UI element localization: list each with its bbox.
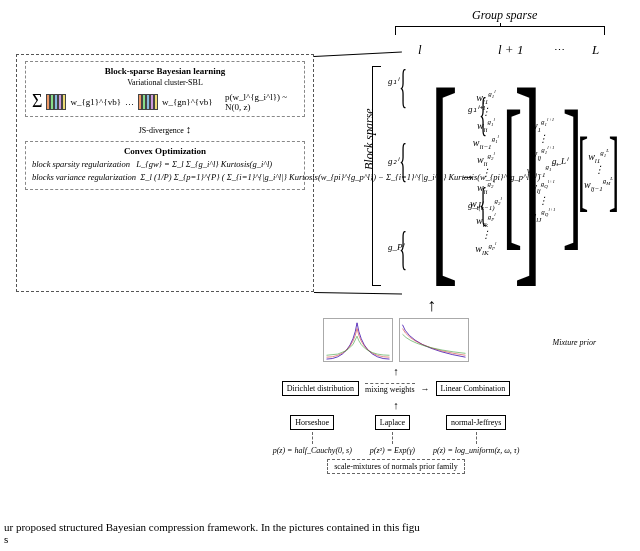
label-group-sparse: Group sparse xyxy=(472,8,537,23)
layer-label-l: l xyxy=(418,42,422,58)
prior-pipeline: Mixture prior ↑ Dirichlet distribution m… xyxy=(246,318,546,474)
layer-label-L: L xyxy=(592,42,599,58)
sbl-equation: Σ w_{g1}^{vb} … w_{gn}^{vb} p(w_l^{g_i^l… xyxy=(32,91,298,112)
sbl-subtitle: Variational cluster-SBL xyxy=(32,78,298,87)
left-panel: Block-sparse Bayesian learning Variation… xyxy=(16,54,314,292)
brace-group-sparse xyxy=(395,26,605,36)
zoom-line xyxy=(314,292,402,295)
figure-canvas: Group sparse l l + 1 ⋯ L Block sparse { … xyxy=(0,0,640,551)
mini-chart-tail xyxy=(399,318,469,362)
box-dirichlet: Dirichlet distribution xyxy=(282,381,359,396)
eq-nj: p(z) = log_uniform(z, ω, τ) xyxy=(433,446,519,455)
matrix-col-L: [ wl1g1L ⋮ wlj−1gML ] xyxy=(568,128,629,212)
box-horseshoe: Horseshoe xyxy=(290,415,334,430)
arrow-up-icon: ↑ xyxy=(246,366,546,377)
eq-block-sparsity: block sparsity regularization L_{gw} = Σ… xyxy=(32,159,298,169)
sbl-wn: w_{gn}^{vb} xyxy=(162,97,213,107)
convex-panel: Convex Optimization block sparsity regul… xyxy=(25,141,305,190)
sbl-title: Block-sparse Bayesian learning xyxy=(32,66,298,76)
arrow-up-icon: ↑ xyxy=(246,400,546,411)
sbl-panel: Block-sparse Bayesian learning Variation… xyxy=(25,61,305,117)
layer-label-dots: ⋯ xyxy=(554,44,565,57)
group-label: g_Pˡ xyxy=(388,242,404,252)
zoom-line xyxy=(314,51,402,57)
group-label: g₁ˡ xyxy=(388,76,398,86)
box-linear-combination: Linear Combination xyxy=(436,381,511,396)
js-divergence: JS-divergence ↕ xyxy=(17,123,313,135)
group-label: g₂ˡ xyxy=(388,156,398,166)
box-scale-mixtures: scale-mixtures of normals prior family xyxy=(327,459,465,474)
label-mixture-prior: Mixture prior xyxy=(553,338,596,347)
convex-title: Convex Optimization xyxy=(32,146,298,156)
label-mixing-weights: mixing weights xyxy=(365,383,415,394)
mini-chart-density xyxy=(323,318,393,362)
figure-caption: ur proposed structured Bayesian compress… xyxy=(4,521,636,545)
sbl-prior: p(w_l^{g_i^l}) ~ N(0, z) xyxy=(225,92,298,112)
eq-block-variance: blocks variance regularization Σ_l (1/P)… xyxy=(32,172,298,182)
box-normal-jeffreys: normal-Jeffreys xyxy=(446,415,507,430)
sbl-w1: w_{g1}^{vb} xyxy=(70,97,121,107)
eq-laplace: p(z²) = Exp(γ) xyxy=(370,446,415,455)
eq-horseshoe: p(z) = half_Cauchy(0, s) xyxy=(273,446,352,455)
arrow-up-icon: → xyxy=(421,298,442,316)
box-laplace: Laplace xyxy=(375,415,410,430)
